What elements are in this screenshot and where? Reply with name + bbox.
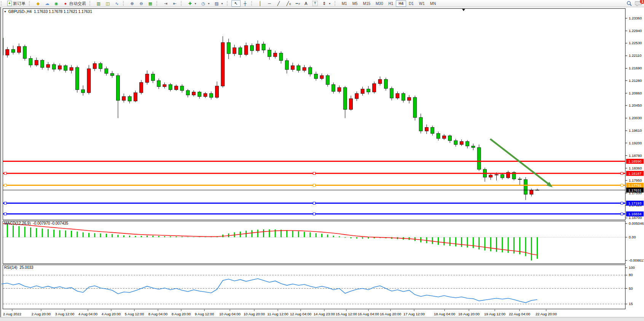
price-tag-label: 1.17791: [628, 183, 641, 187]
candle-body: [250, 46, 253, 51]
line-handle[interactable]: [4, 213, 6, 215]
line-handle[interactable]: [621, 184, 623, 187]
arrows-icon: ⇕: [322, 1, 327, 6]
new-order-button[interactable]: +新订单: [5, 0, 27, 7]
candle-body: [408, 97, 411, 101]
time-tick-label: 4 Aug 04:00: [78, 312, 98, 316]
autotrading-button[interactable]: ●自动交易: [61, 0, 88, 7]
crosshair-button[interactable]: ┼: [241, 0, 250, 7]
timeframe-m5-button[interactable]: M5: [350, 0, 360, 7]
candle-body: [244, 46, 248, 55]
zoom-in-button[interactable]: ⊕: [128, 0, 137, 7]
line-chart-button[interactable]: ∿: [112, 0, 121, 7]
profiles-button[interactable]: ☁: [43, 0, 52, 7]
cursor-button[interactable]: ↖: [231, 0, 241, 7]
chart-canvas[interactable]: 1.233601.229401.225301.221101.216901.212…: [0, 7, 644, 321]
price-tick-label: 1.20860: [629, 91, 642, 95]
timeframe-h1-button[interactable]: H1: [386, 0, 396, 7]
trendline-button[interactable]: ╱: [274, 0, 283, 7]
macd-axis[interactable]: 0.0050460.00-0.008617: [625, 221, 644, 262]
candle-body: [6, 50, 9, 55]
time-tick-label: 10 Aug 20:00: [244, 312, 265, 316]
timeframe-mn-button[interactable]: MN: [427, 0, 439, 7]
timeframe-m15-button[interactable]: M15: [360, 0, 373, 7]
time-axis[interactable]: 2 Aug 20222 Aug 20:003 Aug 12:004 Aug 04…: [3, 310, 557, 316]
time-tick-label: 9 Aug 12:00: [195, 312, 214, 316]
time-tick-label: 22 Aug 04:00: [509, 312, 530, 316]
candle-body: [58, 65, 62, 69]
line-handle[interactable]: [4, 202, 6, 204]
macd-tick-label: 0.00: [629, 235, 636, 239]
candle-body: [320, 75, 324, 78]
periods-button[interactable]: ◷▼: [199, 0, 212, 7]
shift-marker-icon[interactable]: [462, 9, 465, 11]
bar-chart-button[interactable]: ▥: [94, 0, 103, 7]
line-handle[interactable]: [4, 184, 6, 187]
macd-layer: [2, 224, 625, 260]
chart-shift-icon: ⇤: [172, 1, 177, 6]
timeframe-h4-button[interactable]: H4: [396, 0, 406, 7]
candle-body: [262, 44, 265, 50]
chart-window[interactable]: 1.233601.229401.225301.221101.216901.212…: [0, 7, 644, 321]
price-tick-label: 1.19200: [629, 141, 642, 145]
price-tag-label: 1.18187: [628, 171, 641, 176]
chart-shift-button[interactable]: ⇤: [170, 0, 179, 7]
window-bottom-edge: [0, 317, 644, 321]
rsi-value: 25.0033: [19, 265, 33, 270]
candle-body: [495, 174, 498, 175]
timeframe-w1-button[interactable]: W1: [416, 0, 427, 7]
zoom-out-button[interactable]: ⊖: [137, 0, 146, 7]
line-handle[interactable]: [313, 202, 316, 204]
line-handle[interactable]: [621, 172, 623, 174]
macd-name: MACD(12,26,9): [4, 221, 30, 225]
indicators-button[interactable]: ✚▼: [185, 0, 199, 7]
chart-menu-icon[interactable]: [4, 10, 8, 14]
candlestick-chart-button[interactable]: ◫: [103, 0, 112, 7]
toolbar-grip: [156, 1, 159, 6]
signals-button[interactable]: ◉: [52, 0, 61, 7]
horizontal-line-button[interactable]: ─: [265, 0, 274, 7]
candle-body: [110, 73, 114, 76]
arrows-button[interactable]: ⇕▼: [320, 0, 333, 7]
toolbar-right: 1: [626, 0, 643, 7]
candle-body: [285, 61, 289, 70]
line-handle[interactable]: [313, 184, 316, 187]
candle-body: [390, 88, 394, 98]
timeframe-m1-button[interactable]: M1: [339, 0, 350, 7]
search-icon[interactable]: [626, 0, 633, 6]
chat-icon[interactable]: 1: [635, 0, 643, 6]
channel-icon: ╱E: [285, 1, 290, 6]
macd-indicator-label: MACD(12,26,9)-0.007970 -0.007435: [4, 221, 68, 225]
market-watch-button[interactable]: ◆: [33, 0, 43, 7]
rsi-axis[interactable]: 100805015: [625, 265, 635, 306]
equidistant-channel-button[interactable]: ╱E: [283, 0, 292, 7]
timeframe-d1-button[interactable]: D1: [406, 0, 416, 7]
text-label-button[interactable]: T: [311, 0, 320, 7]
templates-button[interactable]: ▨▼: [212, 0, 225, 7]
dropdown-arrow-icon[interactable]: ▼: [221, 2, 223, 5]
price-axis[interactable]: 1.233601.229401.225301.221101.216901.212…: [625, 16, 644, 220]
trend-arrow[interactable]: [490, 139, 553, 187]
line-handle[interactable]: [621, 202, 623, 204]
chart-title: GBPUSD-,H41.17633 1.17678 1.17621 1.1763…: [4, 10, 92, 14]
vertical-line-button[interactable]: │: [256, 0, 265, 7]
tile-windows-button[interactable]: ▦: [146, 0, 155, 7]
price-tag-label: 1.17193: [628, 201, 641, 205]
line-handle[interactable]: [313, 213, 316, 215]
line-handle[interactable]: [621, 213, 623, 215]
price-tick-label: 1.19610: [629, 128, 642, 133]
dropdown-arrow-icon[interactable]: ▼: [207, 2, 210, 5]
line-handle[interactable]: [313, 172, 316, 174]
candle-body: [169, 85, 172, 89]
line-handle[interactable]: [4, 172, 6, 174]
price-tick-label: 1.22940: [629, 29, 642, 33]
text-button[interactable]: A: [301, 0, 311, 7]
templates-icon: ▨: [214, 1, 219, 6]
timeframe-m30-button[interactable]: M30: [373, 0, 386, 7]
auto-scroll-button[interactable]: ⇥: [161, 0, 170, 7]
dropdown-arrow-icon[interactable]: ▼: [328, 2, 331, 5]
chart-candles-icon: ◫: [105, 1, 110, 6]
dropdown-arrow-icon[interactable]: ▼: [194, 2, 197, 5]
candle-body: [396, 94, 399, 98]
fibonacci-button[interactable]: ┅F: [292, 0, 301, 7]
